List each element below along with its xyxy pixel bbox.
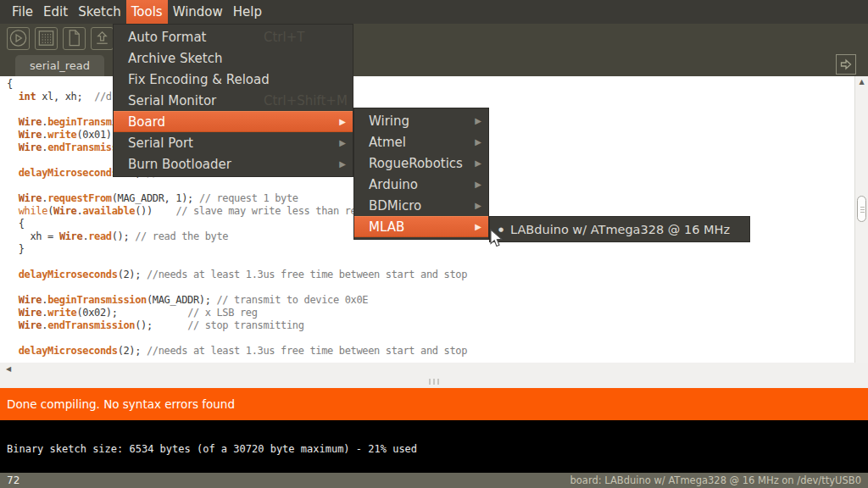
menu-item-fix-encoding-reload[interactable]: Fix Encoding & Reload (114, 69, 353, 90)
tab-label: serial_read (30, 59, 90, 72)
open-sketch-button[interactable] (91, 27, 114, 50)
code-line: Wire.write(0x02); // x LSB reg (7, 307, 467, 319)
menu-item-label: Board (128, 114, 165, 130)
menu-item-shortcut: Ctrl+Shift+M (264, 93, 348, 108)
code-line: delayMicroseconds(2); //needs at least 1… (7, 345, 467, 358)
console-line: Binary sketch size: 6534 bytes (of a 307… (7, 443, 868, 455)
tab-serial-read[interactable]: serial_read (15, 55, 104, 76)
arduino-ide-window: FileEditSketchToolsWindowHelp serial_rea… (0, 0, 868, 488)
submenu-arrow-icon: ▶ (339, 138, 346, 147)
new-sketch-button[interactable] (63, 27, 86, 50)
menu-item-label: Burn Bootloader (128, 157, 231, 172)
new-sketch-icon (64, 27, 85, 49)
menu-item-label: Wiring (369, 114, 409, 129)
export-button[interactable] (836, 54, 856, 75)
menu-item-label: Archive Sketch (128, 51, 222, 66)
menu-item-label: Serial Monitor (128, 93, 216, 108)
status-bar: Done compiling. No syntax errors found (0, 388, 868, 420)
splitter-grip-icon (433, 379, 435, 385)
menu-sketch[interactable]: Sketch (73, 0, 126, 24)
tools-menu: Auto FormatCtrl+TArchive SketchFix Encod… (113, 24, 353, 177)
code-line (7, 256, 467, 269)
menu-tools[interactable]: Tools (126, 0, 168, 24)
menu-item-label: Atmel (369, 135, 406, 150)
splitter-grip-icon (429, 379, 431, 385)
menu-window[interactable]: Window (168, 0, 228, 24)
export-right-arrow-icon (838, 57, 854, 72)
verify-play-icon (8, 27, 29, 49)
console-output: Binary sketch size: 6534 bytes (of a 307… (0, 420, 868, 473)
cursor-arrow-icon (490, 229, 504, 248)
menu-item-label: MLAB (369, 219, 404, 235)
code-line (7, 332, 467, 345)
menu-item-label: RogueRobotics (369, 156, 463, 171)
menu-item-serial-monitor[interactable]: Serial MonitorCtrl+Shift+M (114, 90, 353, 111)
scrollbar-grip (860, 207, 865, 208)
code-line: } (7, 243, 467, 256)
menu-item-arduino[interactable]: Arduino▶ (354, 174, 488, 195)
vertical-scrollbar[interactable]: ▲ (854, 76, 868, 363)
menu-item-bdmicro[interactable]: BDMicro▶ (354, 195, 488, 216)
code-line (7, 281, 467, 294)
menu-item-label: Serial Port (128, 136, 193, 151)
menu-item-archive-sketch[interactable]: Archive Sketch (114, 47, 353, 69)
code-line: Wire.beginTransmission(MAG_ADDR); // tra… (7, 294, 467, 307)
submenu-arrow-icon: ▶ (475, 201, 481, 210)
status-message: Done compiling. No syntax errors found (7, 397, 235, 411)
menu-item-board[interactable]: Board▶ (114, 111, 353, 132)
submenu-arrow-icon: ▶ (475, 222, 481, 231)
vertical-scrollbar-thumb[interactable] (857, 196, 866, 222)
board-submenu: Wiring▶Atmel▶RogueRobotics▶Arduino▶BDMic… (353, 108, 489, 240)
menu-item-mlab[interactable]: MLAB▶ (354, 216, 488, 237)
menu-item-wiring[interactable]: Wiring▶ (354, 110, 488, 131)
menu-item-label: Arduino (369, 177, 418, 192)
scroll-left-icon[interactable]: ◀ (6, 365, 11, 373)
menu-item-roguerobotics[interactable]: RogueRobotics▶ (354, 152, 488, 174)
code-line: Wire.endTransmission(); // stop transmit… (7, 319, 467, 332)
menu-item-serial-port[interactable]: Serial Port▶ (114, 132, 353, 153)
stop-grid-icon (36, 27, 57, 49)
menu-item-labduino-w-atmega328-16-mhz[interactable]: ●LABduino w/ ATmega328 @ 16 MHz (490, 219, 749, 240)
menu-item-label: Auto Format (128, 30, 206, 45)
submenu-arrow-icon: ▶ (475, 116, 481, 125)
board-status: board: LABduino w/ ATmega328 @ 16 MHz on… (570, 474, 861, 486)
mouse-cursor (490, 229, 504, 252)
submenu-arrow-icon: ▶ (475, 137, 481, 147)
verify-button[interactable] (7, 27, 30, 50)
footer-status-bar: 72 board: LABduino w/ ATmega328 @ 16 MHz… (0, 473, 868, 488)
mlab-submenu: ●LABduino w/ ATmega328 @ 16 MHz (489, 216, 750, 242)
menu-item-shortcut: Ctrl+T (264, 30, 304, 45)
menu-edit[interactable]: Edit (38, 0, 73, 24)
submenu-arrow-icon: ▶ (339, 117, 346, 126)
menu-item-atmel[interactable]: Atmel▶ (354, 131, 488, 152)
menu-item-label: Fix Encoding & Reload (128, 72, 270, 87)
editor-console-splitter[interactable] (0, 375, 868, 388)
splitter-grip-icon (437, 379, 439, 385)
menu-help[interactable]: Help (228, 0, 267, 24)
line-number: 72 (7, 474, 19, 486)
menu-item-burn-bootloader[interactable]: Burn Bootloader▶ (114, 153, 353, 175)
horizontal-scrollbar[interactable]: ◀ (0, 363, 868, 375)
menu-item-label: BDMicro (369, 198, 421, 214)
stop-button[interactable] (35, 27, 58, 50)
menu-item-auto-format[interactable]: Auto FormatCtrl+T (114, 26, 353, 47)
scroll-up-icon[interactable]: ▲ (855, 79, 868, 86)
open-up-arrow-icon (92, 27, 113, 49)
menu-item-label: LABduino w/ ATmega328 @ 16 MHz (510, 223, 730, 236)
menu-bar: FileEditSketchToolsWindowHelp (0, 0, 868, 24)
menu-file[interactable]: File (7, 0, 38, 24)
submenu-arrow-icon: ▶ (475, 158, 481, 168)
submenu-arrow-icon: ▶ (475, 180, 481, 189)
submenu-arrow-icon: ▶ (339, 159, 346, 169)
code-line: delayMicroseconds(2); //needs at least 1… (7, 269, 467, 281)
